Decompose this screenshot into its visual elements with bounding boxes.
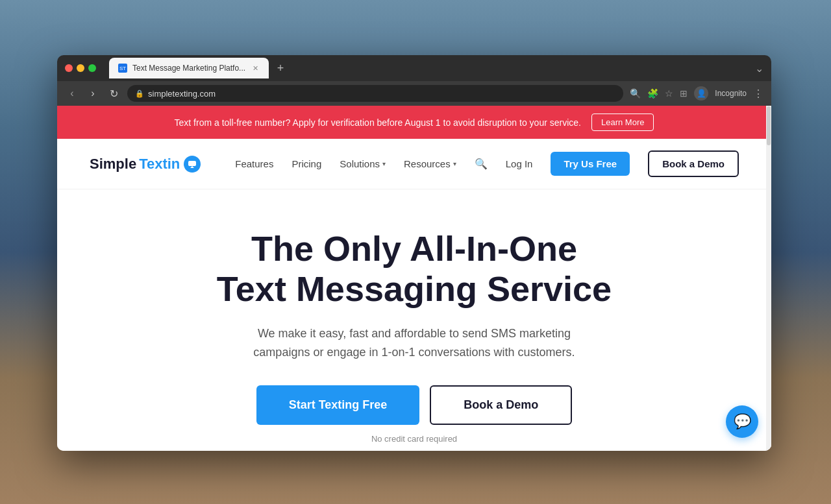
url-text: simpletexting.com	[148, 89, 216, 99]
browser-options-icon[interactable]: ⋮	[753, 88, 763, 100]
tab-bar-expand-icon[interactable]: ⌄	[755, 62, 763, 75]
active-tab[interactable]: ST Text Message Marketing Platfo... ✕	[109, 58, 269, 78]
browser-titlebar: ST Text Message Marketing Platfo... ✕ + …	[57, 55, 771, 81]
extensions-icon[interactable]: 🧩	[647, 88, 658, 99]
chat-widget[interactable]: 💬	[726, 405, 758, 438]
nav-solutions-label: Solutions	[340, 158, 380, 169]
tab-favicon: ST	[118, 64, 127, 73]
book-demo-hero-button[interactable]: Book a Demo	[430, 385, 572, 425]
profile-avatar[interactable]: 👤	[694, 86, 708, 101]
try-us-free-button[interactable]: Try Us Free	[551, 152, 630, 176]
toolbar-icons: 🔍 🧩 ☆ ⊞ 👤 Incognito ⋮	[630, 86, 763, 101]
tab-title: Text Message Marketing Platfo...	[132, 64, 245, 73]
nav-features-link[interactable]: Features	[235, 158, 273, 169]
bookmark-icon[interactable]: ☆	[665, 88, 673, 99]
book-demo-nav-button[interactable]: Book a Demo	[648, 150, 739, 177]
hero-title-line1: The Only All-In-One	[251, 229, 577, 268]
navbar: Simple Textin Features Pricing Solutions…	[57, 139, 771, 189]
nav-solutions-link[interactable]: Solutions ▾	[340, 158, 386, 169]
avatar-icon: 👤	[697, 89, 706, 98]
hero-section: The Only All-In-One Text Messaging Servi…	[57, 189, 771, 451]
alert-banner-text: Text from a toll-free number? Apply for …	[175, 117, 581, 128]
logo-icon	[184, 156, 201, 173]
nav-pricing-link[interactable]: Pricing	[291, 158, 321, 169]
traffic-lights	[65, 64, 96, 72]
forward-button[interactable]: ›	[86, 88, 100, 99]
logo[interactable]: Simple Textin	[90, 156, 201, 173]
maximize-button[interactable]	[88, 64, 96, 72]
start-texting-button[interactable]: Start Texting Free	[256, 385, 420, 425]
tab-close-icon[interactable]: ✕	[251, 64, 260, 73]
chat-icon: 💬	[734, 413, 751, 430]
browser-window: ST Text Message Marketing Platfo... ✕ + …	[57, 55, 771, 451]
resources-chevron-icon: ▾	[453, 160, 456, 167]
search-icon[interactable]: 🔍	[475, 158, 488, 170]
solutions-chevron-icon: ▾	[382, 160, 386, 167]
svg-rect-0	[188, 161, 196, 166]
hero-buttons: Start Texting Free Book a Demo	[90, 385, 739, 425]
hero-title-line2: Text Messaging Service	[217, 269, 612, 308]
url-input[interactable]: 🔒 simpletexting.com	[127, 85, 623, 102]
no-credit-card-text: No credit card required	[90, 434, 739, 444]
lock-icon: 🔒	[135, 90, 144, 98]
back-button[interactable]: ‹	[65, 88, 79, 99]
nav-resources-label: Resources	[404, 158, 451, 169]
nav-resources-link[interactable]: Resources ▾	[404, 158, 456, 169]
zoom-icon[interactable]: 🔍	[630, 88, 641, 99]
website-content: Text from a toll-free number? Apply for …	[57, 106, 771, 451]
address-bar: ‹ › ↻ 🔒 simpletexting.com 🔍 🧩 ☆ ⊞ 👤 Inco…	[57, 81, 771, 106]
incognito-label: Incognito	[715, 89, 747, 98]
refresh-button[interactable]: ↻	[106, 88, 121, 100]
hero-subtitle: We make it easy, fast and affordable to …	[245, 324, 583, 362]
learn-more-button[interactable]: Learn More	[591, 114, 654, 131]
nav-links: Features Pricing Solutions ▾ Resources ▾…	[235, 150, 739, 177]
logo-texting-text: Textin	[139, 156, 180, 173]
hero-title: The Only All-In-One Text Messaging Servi…	[90, 228, 739, 309]
scrollbar-thumb[interactable]	[767, 106, 771, 145]
tab-bar: ST Text Message Marketing Platfo... ✕ + …	[109, 58, 763, 78]
alert-banner: Text from a toll-free number? Apply for …	[57, 106, 771, 139]
new-tab-button[interactable]: +	[271, 59, 290, 77]
close-button[interactable]	[65, 64, 73, 72]
scrollbar[interactable]	[766, 106, 771, 451]
logo-simple-text: Simple	[90, 156, 136, 173]
minimize-button[interactable]	[77, 64, 84, 72]
login-link[interactable]: Log In	[506, 158, 533, 169]
browser-menu-icon[interactable]: ⊞	[680, 88, 688, 99]
